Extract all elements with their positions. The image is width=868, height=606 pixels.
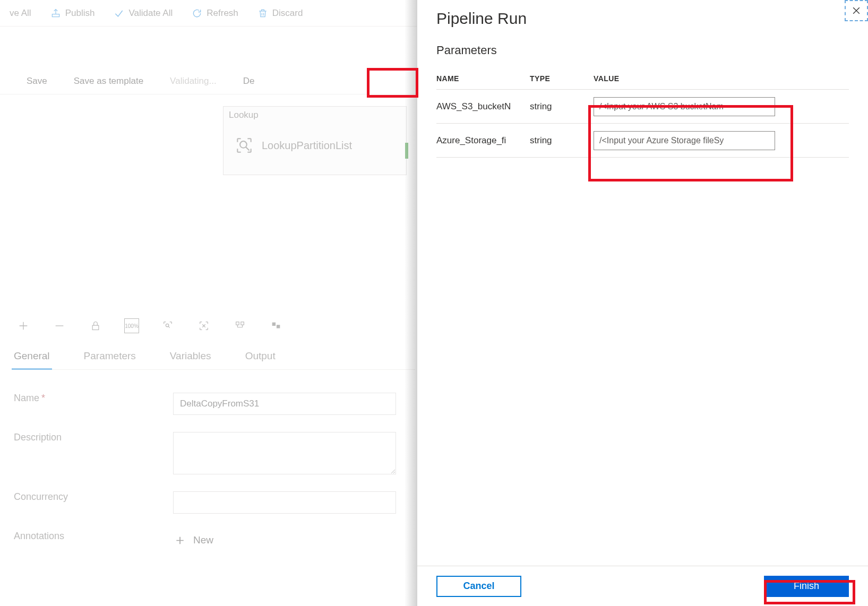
- publish-label: Publish: [65, 8, 95, 19]
- fullscreen-tool[interactable]: [196, 318, 211, 333]
- top-toolbar: ve All Publish Validate All Refresh Disc…: [0, 0, 417, 27]
- plus-icon: ＋: [173, 531, 187, 549]
- new-label: New: [193, 534, 213, 546]
- param-value-input[interactable]: [594, 97, 775, 116]
- svg-rect-8: [241, 322, 244, 325]
- save-as-template-button[interactable]: Save as template: [68, 76, 143, 86]
- canvas-tools: 100%: [16, 318, 283, 333]
- svg-point-4: [240, 141, 247, 148]
- svg-rect-5: [92, 325, 99, 330]
- success-indicator: [405, 143, 408, 159]
- pipeline-toolbar: Save Save as template Validating... De: [0, 68, 417, 94]
- save-all-label: ve All: [10, 8, 31, 19]
- tab-output[interactable]: Output: [243, 350, 278, 362]
- validate-all-button[interactable]: Validate All: [104, 1, 182, 26]
- zoom-fit-tool[interactable]: [160, 318, 175, 333]
- param-type: string: [530, 101, 594, 112]
- finish-button[interactable]: Finish: [764, 576, 849, 597]
- tab-parameters[interactable]: Parameters: [82, 350, 138, 362]
- properties-tabs: General Parameters Variables Output: [12, 350, 415, 370]
- activity-type-label: Lookup: [224, 107, 406, 124]
- trash-icon: [257, 8, 268, 19]
- lookup-icon: [234, 135, 254, 155]
- zoom-100-tool[interactable]: 100%: [124, 318, 139, 333]
- validating-label: Validating...: [170, 76, 217, 86]
- param-value-input[interactable]: [594, 131, 775, 150]
- param-name: Azure_Storage_fi: [436, 135, 530, 146]
- general-form: Name* Description Concurrency Annotation…: [14, 393, 401, 566]
- save-button[interactable]: Save: [21, 76, 47, 86]
- param-row: AWS_S3_bucketN string: [436, 90, 849, 124]
- svg-rect-9: [272, 323, 276, 326]
- save-label: Save: [27, 76, 47, 86]
- param-type: string: [530, 135, 594, 146]
- description-input[interactable]: [173, 432, 396, 474]
- svg-rect-10: [277, 325, 280, 328]
- refresh-label: Refresh: [207, 8, 238, 19]
- pipeline-name-input[interactable]: [173, 393, 396, 415]
- publish-button[interactable]: Publish: [41, 1, 105, 26]
- tab-general[interactable]: General: [12, 350, 52, 370]
- panel-footer: Cancel Finish: [417, 566, 868, 606]
- description-label: Description: [14, 432, 173, 443]
- concurrency-input[interactable]: [173, 491, 396, 514]
- check-icon: [114, 8, 124, 19]
- save-template-label: Save as template: [74, 76, 143, 86]
- param-name: AWS_S3_bucketN: [436, 101, 530, 112]
- panel-title: Pipeline Run: [417, 0, 868, 28]
- layout-tool[interactable]: [233, 318, 247, 333]
- svg-rect-7: [236, 322, 239, 325]
- panel-subtitle: Parameters: [417, 28, 868, 63]
- debug-label: De: [243, 76, 255, 86]
- svg-rect-0: [52, 14, 59, 16]
- pipeline-run-panel: Pipeline Run Parameters NAME TYPE VALUE …: [417, 0, 868, 606]
- col-name-header: NAME: [436, 74, 530, 83]
- lock-tool[interactable]: [88, 318, 103, 333]
- add-tool[interactable]: [16, 318, 31, 333]
- annotations-label: Annotations: [14, 531, 173, 542]
- cancel-button[interactable]: Cancel: [436, 576, 521, 597]
- add-annotation-button[interactable]: ＋ New: [173, 531, 213, 549]
- remove-tool[interactable]: [52, 318, 67, 333]
- save-all-button[interactable]: ve All: [0, 1, 41, 26]
- col-type-header: TYPE: [530, 74, 594, 83]
- validate-all-label: Validate All: [128, 8, 173, 19]
- activity-name: LookupPartitionList: [262, 140, 352, 152]
- refresh-button[interactable]: Refresh: [182, 1, 248, 26]
- close-button[interactable]: [845, 0, 868, 21]
- parameters-table: NAME TYPE VALUE AWS_S3_bucketN string Az…: [417, 63, 868, 158]
- refresh-icon: [192, 8, 202, 19]
- upload-icon: [50, 8, 61, 19]
- validating-status: Validating...: [165, 76, 217, 86]
- align-tool[interactable]: [269, 318, 283, 333]
- activity-lookup[interactable]: Lookup LookupPartitionList: [223, 106, 407, 175]
- name-label: Name*: [14, 393, 173, 404]
- discard-button[interactable]: Discard: [248, 1, 313, 26]
- tab-variables[interactable]: Variables: [168, 350, 213, 362]
- debug-button[interactable]: De: [238, 76, 255, 86]
- discard-label: Discard: [272, 8, 303, 19]
- concurrency-label: Concurrency: [14, 491, 173, 503]
- param-row: Azure_Storage_fi string: [436, 124, 849, 158]
- col-value-header: VALUE: [594, 74, 849, 83]
